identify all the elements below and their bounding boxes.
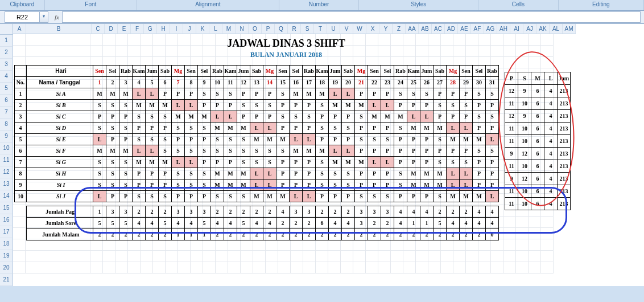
- cell[interactable]: [403, 262, 416, 274]
- cell[interactable]: [216, 239, 228, 251]
- cell[interactable]: [328, 262, 341, 274]
- col-header[interactable]: R: [288, 24, 301, 34]
- cell[interactable]: [529, 262, 541, 274]
- cell[interactable]: [416, 251, 428, 262]
- cell[interactable]: [341, 251, 353, 262]
- cell[interactable]: [529, 239, 541, 251]
- row-header[interactable]: 4: [0, 71, 13, 83]
- name-box[interactable]: R22: [5, 11, 40, 23]
- cell[interactable]: [428, 262, 441, 274]
- cell[interactable]: [203, 251, 216, 262]
- col-header[interactable]: L: [209, 24, 222, 34]
- cell[interactable]: [178, 239, 191, 251]
- cell[interactable]: [103, 239, 115, 251]
- cell[interactable]: [26, 262, 90, 274]
- cell[interactable]: [26, 239, 90, 251]
- cell[interactable]: [241, 239, 253, 251]
- cell[interactable]: [341, 262, 353, 274]
- col-header[interactable]: P: [262, 24, 275, 34]
- cell[interactable]: [303, 262, 316, 274]
- col-header[interactable]: T: [314, 24, 327, 34]
- col-header[interactable]: K: [196, 24, 209, 34]
- cell[interactable]: [316, 262, 328, 274]
- cell[interactable]: [26, 251, 90, 262]
- cell[interactable]: [253, 239, 266, 251]
- col-header[interactable]: AC: [432, 24, 445, 34]
- col-header[interactable]: O: [249, 24, 262, 34]
- cell[interactable]: [141, 251, 153, 262]
- cell[interactable]: [541, 262, 554, 274]
- cell[interactable]: [453, 251, 466, 262]
- row-header[interactable]: 13: [0, 178, 13, 190]
- cell[interactable]: [13, 262, 26, 274]
- cell[interactable]: [103, 262, 115, 274]
- cell[interactable]: [453, 262, 466, 274]
- row-header[interactable]: 9: [0, 130, 13, 142]
- cell[interactable]: [128, 239, 141, 251]
- cell[interactable]: [115, 251, 128, 262]
- cell[interactable]: [141, 239, 153, 251]
- cell[interactable]: [13, 251, 26, 262]
- cell[interactable]: [191, 262, 203, 274]
- cell[interactable]: [353, 239, 366, 251]
- cell[interactable]: [291, 239, 303, 251]
- row-header[interactable]: 2: [0, 47, 13, 59]
- cell[interactable]: [428, 251, 441, 262]
- col-header[interactable]: AL: [550, 24, 563, 34]
- cell[interactable]: [453, 239, 466, 251]
- cell[interactable]: [278, 262, 291, 274]
- col-header[interactable]: V: [340, 24, 353, 34]
- col-header[interactable]: G: [144, 24, 157, 34]
- col-header[interactable]: AA: [406, 24, 419, 34]
- cell[interactable]: [303, 239, 316, 251]
- row-header[interactable]: 20: [0, 262, 13, 274]
- row-header[interactable]: 11: [0, 154, 13, 166]
- col-header[interactable]: I: [170, 24, 183, 34]
- cell[interactable]: [241, 262, 253, 274]
- cell[interactable]: [391, 262, 403, 274]
- cell[interactable]: [166, 239, 178, 251]
- col-header[interactable]: D: [105, 24, 118, 34]
- cell[interactable]: [491, 251, 503, 262]
- ribbon-group[interactable]: Number: [279, 0, 359, 10]
- col-header[interactable]: AJ: [523, 24, 536, 34]
- cell[interactable]: [115, 262, 128, 274]
- grid-body[interactable]: JADWAL DINAS 3 SHIFT BULAN JANUARI 2018 …: [13, 34, 644, 274]
- col-header[interactable]: AG: [484, 24, 497, 34]
- cell[interactable]: [203, 239, 216, 251]
- cell[interactable]: [316, 251, 328, 262]
- cell[interactable]: [253, 262, 266, 274]
- row-header[interactable]: 5: [0, 83, 13, 95]
- cell[interactable]: [191, 239, 203, 251]
- cell[interactable]: [503, 239, 516, 251]
- cell[interactable]: [416, 262, 428, 274]
- name-box-dropdown[interactable]: ▾: [40, 11, 48, 23]
- col-header[interactable]: U: [327, 24, 340, 34]
- row-header[interactable]: 21: [0, 274, 13, 286]
- cell[interactable]: [228, 251, 241, 262]
- cell[interactable]: [153, 251, 166, 262]
- cell[interactable]: [303, 251, 316, 262]
- row-header[interactable]: 16: [0, 214, 13, 226]
- cell[interactable]: [353, 251, 366, 262]
- fx-icon[interactable]: fx: [52, 14, 62, 21]
- cell[interactable]: [291, 262, 303, 274]
- cell[interactable]: [378, 239, 391, 251]
- cell[interactable]: [178, 251, 191, 262]
- col-header[interactable]: AI: [510, 24, 523, 34]
- col-header[interactable]: AD: [445, 24, 458, 34]
- cell[interactable]: [241, 251, 253, 262]
- ribbon-group[interactable]: Cells: [478, 0, 558, 10]
- cell[interactable]: [253, 251, 266, 262]
- cell[interactable]: [316, 239, 328, 251]
- cell[interactable]: [278, 251, 291, 262]
- row-header[interactable]: 8: [0, 119, 13, 130]
- col-header[interactable]: AB: [419, 24, 432, 34]
- col-header[interactable]: C: [92, 24, 105, 34]
- cell[interactable]: [391, 251, 403, 262]
- col-header[interactable]: X: [366, 24, 379, 34]
- cell[interactable]: [341, 239, 353, 251]
- col-header[interactable]: N: [236, 24, 249, 34]
- col-header[interactable]: AH: [497, 24, 510, 34]
- cell[interactable]: [166, 251, 178, 262]
